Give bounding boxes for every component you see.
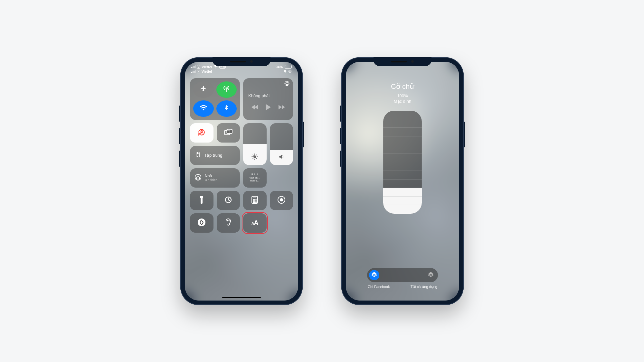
text-size-title: Cỡ chữ xyxy=(391,82,414,91)
hearing-button[interactable] xyxy=(217,213,240,233)
phone-notch xyxy=(213,57,270,66)
flashlight-button[interactable] xyxy=(190,191,213,210)
control-center-grid: Không phát xyxy=(185,74,298,238)
app-layers-icon xyxy=(371,272,377,279)
text-size-button[interactable]: AA xyxy=(243,213,267,233)
svg-point-27 xyxy=(253,201,254,201)
brightness-icon xyxy=(251,153,258,161)
svg-rect-1 xyxy=(289,71,290,72)
shazam-button[interactable] xyxy=(190,213,213,233)
sim1-badge: C xyxy=(197,65,200,69)
home-icon xyxy=(194,174,202,182)
airplane-icon xyxy=(200,85,207,94)
calculator-button[interactable] xyxy=(243,191,267,210)
carrier2-name: Viettel xyxy=(202,70,212,73)
wifi-toggle[interactable] xyxy=(193,100,214,117)
focus-button[interactable]: Tập trung xyxy=(190,146,240,165)
scope-only-app-button[interactable] xyxy=(369,270,379,280)
calculator-icon xyxy=(251,196,258,205)
svg-rect-18 xyxy=(197,152,199,154)
screen-record-button[interactable] xyxy=(270,191,293,210)
timer-icon xyxy=(224,196,232,205)
svg-point-20 xyxy=(195,174,201,180)
carrier1-name: Viettel xyxy=(202,65,212,69)
home-indicator[interactable] xyxy=(222,297,261,298)
bluetooth-icon xyxy=(223,104,230,113)
svg-line-17 xyxy=(256,155,257,155)
volume-slider[interactable] xyxy=(270,123,293,165)
orientation-lock-icon xyxy=(197,128,206,138)
svg-rect-8 xyxy=(227,129,232,133)
cellular-data-toggle[interactable] xyxy=(216,81,237,98)
home-scene-label: Văn ph… Home… xyxy=(245,176,265,182)
connectivity-module[interactable] xyxy=(190,78,240,120)
orientation-lock-toggle[interactable] xyxy=(190,123,213,143)
scope-all-label: Tất cả ứng dụng xyxy=(411,285,437,289)
svg-point-25 xyxy=(254,200,255,200)
scope-all-apps-button[interactable] xyxy=(426,270,436,280)
timer-button[interactable] xyxy=(217,191,240,210)
svg-point-30 xyxy=(253,202,254,203)
text-size-icon: AA xyxy=(251,219,258,227)
sim2-badge: P xyxy=(197,70,200,73)
svg-point-31 xyxy=(254,202,255,203)
forward-button[interactable] xyxy=(279,105,285,109)
alarm-icon xyxy=(283,70,287,74)
bluetooth-toggle[interactable] xyxy=(216,100,237,117)
svg-point-32 xyxy=(256,202,256,203)
phone-text-size: Cỡ chữ 100% Mặc định xyxy=(341,57,464,305)
brightness-slider[interactable] xyxy=(243,123,267,165)
volume-icon xyxy=(278,153,285,161)
wifi-icon xyxy=(200,105,207,112)
screen-mirroring-icon xyxy=(224,129,232,137)
play-button[interactable] xyxy=(266,104,271,110)
home-title: Nhà xyxy=(205,174,217,178)
media-title: Không phát xyxy=(248,93,270,98)
phone-control-center: C Viettel VPN 94% xyxy=(180,57,303,305)
screen-mirroring-button[interactable] xyxy=(217,123,240,143)
svg-point-26 xyxy=(256,200,256,200)
svg-line-15 xyxy=(256,158,257,159)
scope-toggle[interactable] xyxy=(367,268,438,282)
cellular-antenna-icon xyxy=(223,85,230,94)
orientation-lock-mini-icon xyxy=(288,70,292,74)
text-size-percent: 100% xyxy=(397,93,408,98)
comparison-canvas: C Viettel VPN 94% xyxy=(0,0,644,362)
svg-point-29 xyxy=(256,201,256,201)
airplane-mode-toggle[interactable] xyxy=(193,81,214,98)
focus-label: Tập trung xyxy=(204,153,222,158)
svg-point-35 xyxy=(198,218,205,226)
svg-line-16 xyxy=(253,158,253,159)
flashlight-icon xyxy=(199,196,204,205)
home-button[interactable]: Nhà Ưa thích xyxy=(190,168,240,188)
screen-record-icon xyxy=(277,196,286,205)
airplay-icon[interactable] xyxy=(284,81,290,88)
phone-notch xyxy=(374,57,431,66)
signal-bars-icon xyxy=(191,65,195,68)
all-layers-icon xyxy=(428,272,434,279)
svg-point-9 xyxy=(254,155,256,158)
battery-text: 94% xyxy=(276,65,283,69)
svg-point-24 xyxy=(253,200,254,200)
home-subtitle: Ưa thích xyxy=(205,178,217,182)
svg-point-34 xyxy=(280,198,283,201)
screen-control-center: C Viettel VPN 94% xyxy=(185,62,298,301)
screen-text-size: Cỡ chữ 100% Mặc định xyxy=(346,62,459,301)
battery-icon xyxy=(285,65,292,69)
text-size-slider[interactable] xyxy=(383,111,422,214)
rewind-button[interactable] xyxy=(251,105,258,109)
hearing-icon xyxy=(225,218,232,228)
signal-bars-icon xyxy=(191,70,195,73)
svg-line-14 xyxy=(253,155,253,155)
svg-point-5 xyxy=(286,82,288,85)
svg-point-28 xyxy=(254,201,255,201)
text-size-default-label: Mặc định xyxy=(394,99,412,104)
home-scene-button[interactable]: Văn ph… Home… xyxy=(243,168,267,188)
media-module[interactable]: Không phát xyxy=(243,78,293,120)
scope-only-label: Chỉ Facebook xyxy=(368,285,390,289)
focus-icon xyxy=(194,152,201,159)
shazam-icon xyxy=(197,218,206,228)
svg-point-19 xyxy=(197,156,198,157)
